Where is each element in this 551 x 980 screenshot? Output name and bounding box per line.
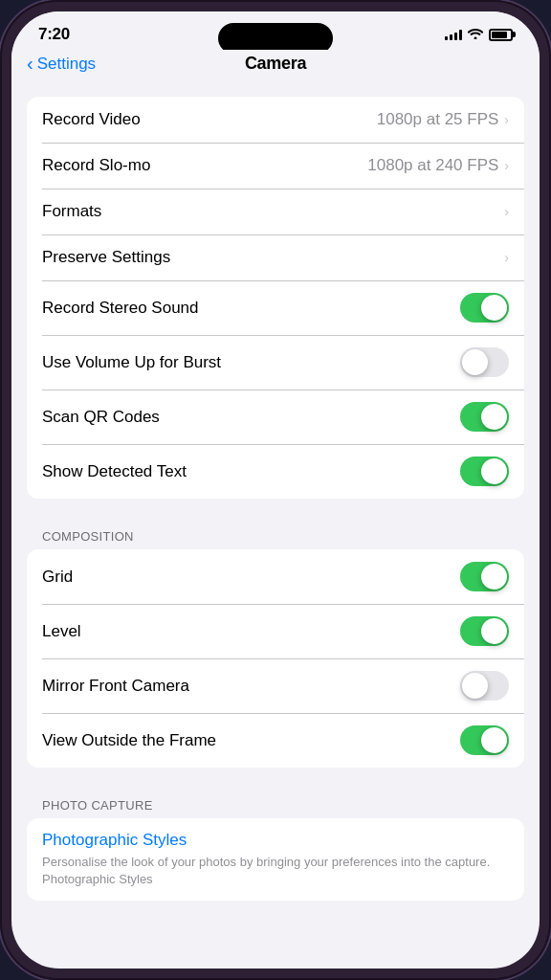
video-settings-group: Record Video 1080p at 25 FPS › Record Sl… bbox=[27, 97, 524, 499]
formats-label: Formats bbox=[42, 202, 101, 221]
record-video-label: Record Video bbox=[42, 110, 141, 129]
view-outside-frame-label: View Outside the Frame bbox=[42, 731, 216, 750]
chevron-right-icon: › bbox=[504, 250, 509, 265]
signal-bars-icon bbox=[445, 29, 462, 40]
composition-settings-group: Grid Level Mirror Front Ca bbox=[27, 549, 524, 768]
show-detected-text-label: Show Detected Text bbox=[42, 462, 187, 481]
video-section: Record Video 1080p at 25 FPS › Record Sl… bbox=[11, 97, 540, 499]
status-icons bbox=[445, 28, 513, 42]
nav-title: Camera bbox=[245, 54, 306, 74]
scan-qr-label: Scan QR Codes bbox=[42, 408, 160, 427]
volume-burst-label: Use Volume Up for Burst bbox=[42, 353, 221, 372]
grid-row: Grid bbox=[27, 549, 524, 604]
grid-toggle[interactable] bbox=[460, 562, 509, 591]
photo-capture-header: PHOTO CAPTURE bbox=[11, 798, 540, 818]
level-toggle[interactable] bbox=[460, 616, 509, 646]
back-button-label: Settings bbox=[37, 55, 96, 74]
show-detected-text-toggle[interactable] bbox=[460, 457, 509, 486]
phone-screen: 7:20 bbox=[11, 11, 540, 969]
back-chevron-icon: ‹ bbox=[27, 53, 33, 75]
record-video-value: 1080p at 25 FPS › bbox=[377, 110, 509, 129]
photographic-styles-row[interactable]: Photographic Styles Personalise the look… bbox=[27, 818, 524, 901]
mirror-front-label: Mirror Front Camera bbox=[42, 677, 189, 696]
status-time: 7:20 bbox=[38, 25, 70, 44]
record-slomo-label: Record Slo-mo bbox=[42, 156, 150, 175]
back-button[interactable]: ‹ Settings bbox=[27, 54, 96, 75]
level-row: Level bbox=[27, 604, 524, 658]
mirror-front-row: Mirror Front Camera bbox=[27, 658, 524, 713]
battery-icon bbox=[489, 29, 513, 41]
preserve-settings-row[interactable]: Preserve Settings › bbox=[27, 234, 524, 280]
chevron-right-icon: › bbox=[504, 158, 509, 173]
volume-burst-row: Use Volume Up for Burst bbox=[27, 335, 524, 390]
photo-capture-group: Photographic Styles Personalise the look… bbox=[27, 818, 524, 901]
record-stereo-label: Record Stereo Sound bbox=[42, 299, 199, 318]
view-outside-frame-toggle[interactable] bbox=[460, 725, 509, 755]
level-label: Level bbox=[42, 622, 81, 641]
volume-burst-toggle[interactable] bbox=[460, 347, 509, 377]
record-slomo-value: 1080p at 240 FPS › bbox=[367, 156, 509, 175]
show-detected-text-row: Show Detected Text bbox=[27, 444, 524, 499]
composition-header: COMPOSITION bbox=[11, 529, 540, 549]
photographic-styles-link[interactable]: Photographic Styles bbox=[42, 831, 509, 850]
mirror-front-toggle[interactable] bbox=[460, 671, 509, 701]
wifi-icon bbox=[468, 28, 483, 42]
status-bar: 7:20 bbox=[11, 11, 540, 50]
record-stereo-toggle[interactable] bbox=[460, 293, 509, 323]
preserve-settings-label: Preserve Settings bbox=[42, 248, 170, 267]
view-outside-frame-row: View Outside the Frame bbox=[27, 713, 524, 768]
nav-bar: ‹ Settings Camera bbox=[11, 50, 540, 81]
phone-frame: 7:20 bbox=[0, 0, 551, 980]
photographic-styles-description: Personalise the look of your photos by b… bbox=[42, 854, 509, 888]
formats-row[interactable]: Formats › bbox=[27, 189, 524, 234]
scan-qr-row: Scan QR Codes bbox=[27, 390, 524, 444]
preserve-settings-value: › bbox=[504, 250, 509, 265]
photo-capture-section: PHOTO CAPTURE Photographic Styles Person… bbox=[11, 798, 540, 901]
chevron-right-icon: › bbox=[504, 204, 509, 219]
grid-label: Grid bbox=[42, 568, 73, 587]
record-slomo-row[interactable]: Record Slo-mo 1080p at 240 FPS › bbox=[27, 143, 524, 189]
composition-section: COMPOSITION Grid Level bbox=[11, 529, 540, 768]
chevron-right-icon: › bbox=[504, 112, 509, 127]
record-stereo-row: Record Stereo Sound bbox=[27, 280, 524, 335]
scroll-content[interactable]: Record Video 1080p at 25 FPS › Record Sl… bbox=[11, 81, 540, 969]
scan-qr-toggle[interactable] bbox=[460, 402, 509, 432]
record-video-row[interactable]: Record Video 1080p at 25 FPS › bbox=[27, 97, 524, 143]
formats-value: › bbox=[504, 204, 509, 219]
